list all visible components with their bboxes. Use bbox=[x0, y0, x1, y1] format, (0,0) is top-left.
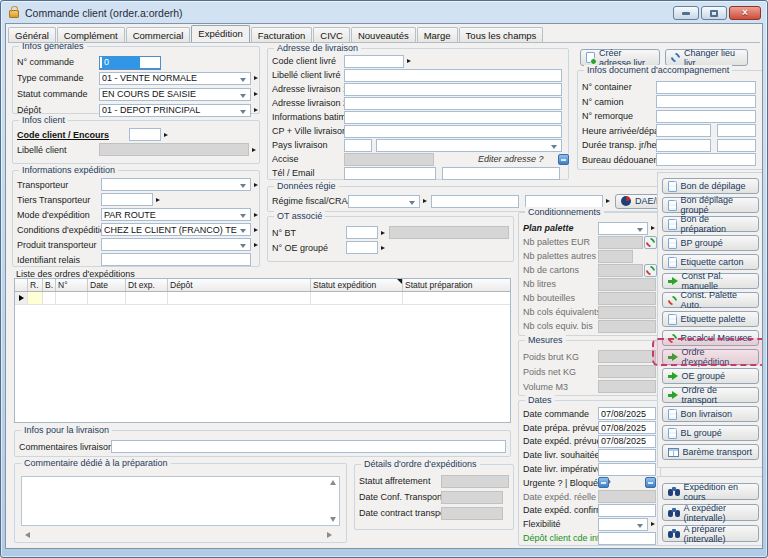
etiquette-carton-button[interactable]: Etiquette carton bbox=[662, 254, 759, 270]
code-client-link[interactable]: Code client / Encours bbox=[17, 130, 129, 140]
grid-header-r[interactable]: R. bbox=[28, 279, 43, 291]
produit-transporteur-select[interactable] bbox=[101, 238, 251, 251]
urgente-toggle[interactable] bbox=[598, 477, 609, 488]
heure-arrivee-input[interactable] bbox=[656, 124, 711, 137]
field-marker-icon[interactable] bbox=[381, 246, 385, 250]
depot-select[interactable]: 01 - DEPOT PRINCIPAL bbox=[99, 104, 251, 117]
transporteur-select[interactable] bbox=[101, 178, 251, 191]
bon-de-preparation-button[interactable]: Bon de préparation bbox=[662, 216, 759, 232]
plan-palette-select[interactable] bbox=[598, 222, 648, 235]
field-marker-icon[interactable] bbox=[381, 231, 385, 235]
grid-header-dt-exp-reel[interactable]: Dt exp. réel. bbox=[126, 279, 168, 291]
field-marker-icon[interactable] bbox=[254, 213, 258, 217]
statut-commande-select[interactable]: EN COURS DE SAISIE bbox=[99, 88, 251, 101]
tab-facturation[interactable]: Facturation bbox=[251, 27, 313, 42]
table-row[interactable] bbox=[15, 292, 510, 305]
bareme-transport-button[interactable]: Barème transport bbox=[662, 444, 759, 460]
pays-code-input[interactable] bbox=[344, 139, 372, 152]
grid-header-b[interactable]: B. bbox=[43, 279, 56, 291]
changer-lieu-livr-button[interactable]: Changer lieu livr. bbox=[665, 49, 748, 66]
num-bt-input[interactable] bbox=[346, 226, 378, 239]
date-commande-input[interactable]: 07/08/2025 bbox=[598, 407, 656, 420]
tiers-transporteur-input[interactable] bbox=[101, 193, 153, 206]
commentaire-preparation-textarea[interactable] bbox=[21, 476, 340, 526]
num-remorque-input[interactable] bbox=[656, 110, 756, 123]
date-exped-prevue-input[interactable]: 07/08/2025 bbox=[598, 435, 656, 448]
cra-input[interactable] bbox=[431, 195, 519, 208]
num-camion-input[interactable] bbox=[656, 95, 756, 108]
field-marker-icon[interactable] bbox=[651, 522, 655, 526]
bl-groupe-button[interactable]: BL groupé bbox=[662, 425, 759, 441]
grid-header-oeg[interactable]: N° O.E.G. bbox=[56, 279, 88, 291]
date-livr-souhaitee-input[interactable] bbox=[598, 449, 656, 462]
date-livr-imperative-input[interactable] bbox=[598, 463, 656, 476]
cell-statut-expedition[interactable] bbox=[311, 292, 403, 304]
field-marker-icon[interactable] bbox=[156, 198, 160, 202]
field-marker-icon[interactable] bbox=[423, 199, 427, 203]
regime-fiscal-select[interactable] bbox=[348, 195, 420, 208]
identifiant-relais-input[interactable] bbox=[101, 253, 251, 266]
field-marker-icon[interactable] bbox=[606, 199, 610, 203]
oe-groupe-button[interactable]: OE groupé bbox=[662, 368, 759, 384]
pays-livraison-select[interactable] bbox=[376, 139, 562, 152]
const-pal-manuelle-button[interactable]: Const Pal. manuelle bbox=[662, 273, 759, 289]
scroll-down-icon[interactable] bbox=[330, 517, 336, 522]
date-exped-confirm-input[interactable] bbox=[598, 504, 656, 517]
field-marker-icon[interactable] bbox=[254, 92, 258, 96]
cell-date-exp[interactable] bbox=[88, 292, 126, 304]
creer-adresse-livr-button[interactable]: Créer adresse livr. bbox=[580, 49, 660, 66]
grid-header-depot[interactable]: Dépôt bbox=[168, 279, 311, 291]
field-marker-icon[interactable] bbox=[254, 228, 258, 232]
scroll-up-icon[interactable] bbox=[330, 480, 336, 485]
email-input[interactable] bbox=[442, 167, 560, 180]
tel-input[interactable] bbox=[344, 167, 436, 180]
type-commande-select[interactable]: 01 - VENTE NORMALE bbox=[99, 72, 251, 85]
cell-depot[interactable] bbox=[168, 292, 311, 304]
flexibilite-select[interactable] bbox=[598, 518, 648, 531]
field-marker-icon[interactable] bbox=[254, 76, 258, 80]
code-client-livre-input[interactable] bbox=[344, 55, 404, 68]
duree-heure-input[interactable] bbox=[717, 139, 756, 152]
field-marker-icon[interactable] bbox=[164, 133, 168, 137]
ordres-expedition-grid[interactable]: R. B. N° O.E.G. Date exp. p Dt exp. réel… bbox=[14, 278, 511, 423]
a-expedier-intervalle-button[interactable]: A expédier (intervalle) bbox=[662, 504, 759, 521]
depot-client-interne-input[interactable] bbox=[598, 532, 656, 545]
scroll-right-icon[interactable] bbox=[327, 532, 332, 538]
date-prepa-prevue-input[interactable]: 07/08/2025 bbox=[598, 421, 656, 434]
bon-de-depilage-button[interactable]: Bon de dépilage bbox=[662, 178, 759, 194]
num-oe-groupe-input[interactable] bbox=[346, 241, 378, 254]
scroll-left-icon[interactable] bbox=[25, 532, 30, 538]
adresse-livraison-2-input[interactable] bbox=[344, 97, 562, 110]
recalcul-mesures-button[interactable]: Recalcul Mesures bbox=[662, 330, 759, 346]
cell-b[interactable] bbox=[43, 292, 56, 304]
adresse-livraison-1-input[interactable] bbox=[344, 83, 562, 96]
cell-statut-preparation[interactable] bbox=[403, 292, 510, 304]
tab-civc[interactable]: CIVC bbox=[313, 27, 350, 42]
informations-batiment-input[interactable] bbox=[344, 111, 562, 124]
duree-jr-input[interactable] bbox=[656, 139, 711, 152]
close-button[interactable]: × bbox=[729, 6, 761, 20]
cell-dt-exp-reel[interactable] bbox=[126, 292, 168, 304]
tab-commercial[interactable]: Commercial bbox=[126, 27, 191, 42]
field-marker-icon[interactable] bbox=[252, 148, 256, 152]
tab-expedition[interactable]: Expédition bbox=[191, 25, 249, 42]
expedition-en-cours-button[interactable]: Expédition en cours bbox=[662, 483, 759, 500]
field-marker-icon[interactable] bbox=[254, 243, 258, 247]
bp-groupe-button[interactable]: BP groupé bbox=[662, 235, 759, 251]
num-container-input[interactable] bbox=[656, 81, 756, 94]
cell-r[interactable] bbox=[28, 292, 43, 304]
bon-depilage-groupe-button[interactable]: Bon dépilage groupé bbox=[662, 197, 759, 213]
conditions-expedition-select[interactable]: CHEZ LE CLIENT (FRANCO) TEST IMP-FIN bbox=[101, 223, 251, 236]
mode-expedition-select[interactable]: PAR ROUTE bbox=[101, 208, 251, 221]
code-client-input[interactable] bbox=[129, 128, 161, 141]
bureau-dedouanement-input[interactable] bbox=[656, 153, 756, 166]
field-marker-icon[interactable] bbox=[254, 108, 258, 112]
editer-adresse-toggle[interactable] bbox=[558, 154, 569, 165]
minimize-button[interactable] bbox=[673, 6, 699, 20]
a-preparer-intervalle-button[interactable]: A préparer (intervalle) bbox=[662, 525, 759, 542]
ordre-expedition-button[interactable]: Ordre d'expédition bbox=[662, 349, 759, 365]
commentaires-livraison-input[interactable] bbox=[111, 440, 506, 453]
tab-nouveautes[interactable]: Nouveautés bbox=[351, 27, 416, 42]
grid-header-date-exp[interactable]: Date exp. p bbox=[88, 279, 126, 291]
cp-ville-input[interactable] bbox=[344, 125, 562, 138]
